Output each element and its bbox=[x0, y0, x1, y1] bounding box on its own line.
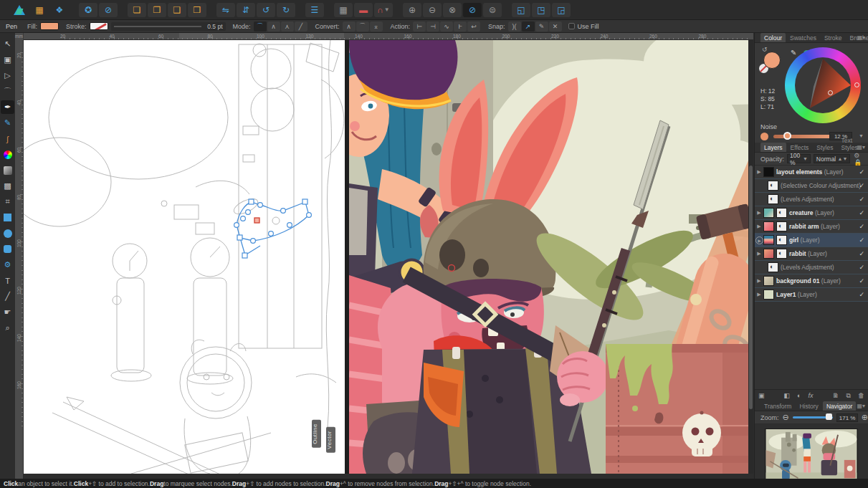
layers-tab-effects[interactable]: Effects bbox=[787, 143, 813, 152]
colour-triangle[interactable] bbox=[785, 47, 861, 123]
snap-handles-button[interactable]: ↗ bbox=[522, 21, 535, 32]
style-badge-icon[interactable]: ✪ bbox=[79, 3, 97, 17]
insert-behind-icon[interactable]: ◱ bbox=[512, 3, 530, 17]
layer-row-rabbit[interactable]: ▶rabbit (Layer)✓ bbox=[755, 247, 868, 261]
layer-lock-icon[interactable]: 🔒 bbox=[854, 159, 864, 166]
pencil-tool[interactable]: ✎ bbox=[1, 116, 14, 130]
smart-node-button[interactable]: ⌅ bbox=[370, 21, 383, 32]
layer-visibility-check[interactable]: ✓ bbox=[859, 182, 864, 189]
pixel-persona[interactable]: ▦ bbox=[30, 3, 49, 17]
layer-adjustment-thumbnail[interactable] bbox=[776, 235, 787, 245]
export-persona[interactable]: ❖ bbox=[50, 3, 69, 17]
artboard-tool[interactable]: ▣ bbox=[1, 53, 14, 67]
layer-row-creature[interactable]: ▶creature (Layer)✓ bbox=[755, 206, 868, 220]
move-forward-one-icon[interactable]: ❑ bbox=[168, 3, 186, 17]
add-group-icon[interactable]: ⧉ bbox=[846, 392, 851, 400]
zoom-tool[interactable]: ⌕ bbox=[1, 321, 14, 335]
rotate-right-icon[interactable]: ↻ bbox=[277, 3, 295, 17]
sharp-node-button[interactable]: ∧ bbox=[343, 21, 356, 32]
zoom-value[interactable]: 171 % bbox=[836, 413, 857, 422]
pixel-alignment-toggle-icon[interactable]: ▬ bbox=[354, 3, 373, 17]
flip-vertical-icon[interactable]: ⇵ bbox=[237, 3, 255, 17]
move-to-front-icon[interactable]: ❒ bbox=[188, 3, 206, 17]
layer-visibility-check[interactable]: ✓ bbox=[859, 277, 864, 284]
layer-expand-arrow[interactable]: ▶ bbox=[755, 210, 763, 216]
layer-thumbnail[interactable] bbox=[763, 208, 774, 218]
corner-tool[interactable]: ⌒ bbox=[1, 85, 14, 98]
bottom-tab-navigator[interactable]: Navigator bbox=[823, 401, 856, 411]
layer-expand-arrow[interactable]: ▶ bbox=[755, 292, 763, 297]
layer-expand-arrow[interactable]: ▶ bbox=[755, 169, 763, 175]
fill-colour-well[interactable] bbox=[763, 52, 781, 69]
pen-tool[interactable]: ✒ bbox=[1, 100, 14, 114]
layer-thumbnail[interactable] bbox=[763, 290, 774, 300]
rotate-left-icon[interactable]: ↺ bbox=[257, 3, 275, 17]
artistic-text-tool[interactable]: T bbox=[1, 274, 14, 287]
vertical-ruler[interactable]: 20406080100120140160 bbox=[15, 40, 24, 479]
stroke-width-slider[interactable]: 0.5 pt bbox=[111, 22, 226, 31]
bottom-panel-menu-icon[interactable]: ▦▾ bbox=[857, 403, 865, 409]
reverse-curve-button[interactable]: ↩ bbox=[467, 21, 480, 32]
layer-expand-arrow[interactable]: ▶ bbox=[755, 224, 763, 229]
blend-mode-dropdown[interactable]: Normal▲▼ bbox=[814, 154, 850, 163]
view-hand-tool[interactable]: ☛ bbox=[1, 305, 14, 319]
bottom-tab-history[interactable]: History bbox=[796, 401, 821, 411]
layer-adjustment-thumbnail[interactable] bbox=[776, 249, 787, 259]
style-badge-none-icon[interactable]: ⊘ bbox=[99, 3, 118, 17]
adjustment-thumbnail[interactable] bbox=[768, 194, 778, 204]
horizontal-ruler[interactable]: 20406080100120140160180200220240260280 bbox=[24, 33, 753, 40]
opacity-dropdown[interactable]: 100 %▼ bbox=[787, 154, 811, 163]
smooth-node-button[interactable]: ⌒ bbox=[356, 21, 369, 32]
line-mode-button[interactable]: ╱ bbox=[295, 21, 307, 32]
boolean-intersect-icon[interactable]: ⊗ bbox=[443, 3, 462, 17]
layer-expand-arrow[interactable]: ▶ bbox=[755, 278, 763, 284]
flip-horizontal-icon[interactable]: ⇋ bbox=[216, 3, 235, 17]
vertical-scrollbar[interactable] bbox=[748, 40, 753, 474]
layer-visibility-check[interactable]: ✓ bbox=[859, 236, 864, 244]
add-layer-icon[interactable]: 🗎 bbox=[833, 392, 839, 399]
layer-thumbnail[interactable] bbox=[763, 249, 774, 259]
noise-slider-handle[interactable] bbox=[783, 132, 791, 140]
zoom-in-button[interactable]: ⊕ bbox=[862, 413, 868, 422]
ruler-unit-corner[interactable]: mm bbox=[15, 33, 24, 40]
noise-swatch[interactable] bbox=[760, 133, 768, 140]
insert-inside-icon[interactable]: ◲ bbox=[552, 3, 571, 17]
adjustment-thumbnail[interactable] bbox=[768, 262, 778, 272]
vertical-scrollbar-thumb[interactable] bbox=[749, 166, 753, 409]
layer-settings-gear-icon[interactable]: ⚙ bbox=[854, 152, 862, 159]
fill-tool[interactable] bbox=[1, 148, 14, 161]
layer-thumbnail[interactable] bbox=[763, 167, 774, 177]
swap-colours-icon[interactable]: ↺ bbox=[762, 46, 768, 53]
move-back-one-icon[interactable]: ❐ bbox=[148, 3, 166, 17]
fill-swatch[interactable] bbox=[40, 22, 59, 30]
layer-thumbnail[interactable] bbox=[763, 276, 774, 286]
boolean-subtract-icon[interactable]: ⊖ bbox=[423, 3, 442, 17]
boolean-combine-icon[interactable]: ⊜ bbox=[483, 3, 502, 17]
layer-adjustment-thumbnail[interactable] bbox=[776, 208, 787, 218]
use-fill-checkbox[interactable] bbox=[568, 23, 575, 29]
colour-wheel[interactable] bbox=[785, 47, 861, 123]
colour-tab-stroke[interactable]: Stroke bbox=[821, 33, 846, 42]
zoom-slider[interactable] bbox=[793, 416, 834, 418]
close-curve-button[interactable]: ⊣ bbox=[426, 21, 439, 32]
insert-on-top-icon[interactable]: ◳ bbox=[532, 3, 550, 17]
layers-tab-styles[interactable]: Styles bbox=[813, 143, 836, 152]
transparency-tool[interactable] bbox=[1, 163, 14, 177]
colour-panel-menu-icon[interactable]: ▦▾ bbox=[857, 34, 865, 41]
zoom-slider-handle[interactable] bbox=[826, 413, 832, 420]
snap-to-node-button[interactable]: )( bbox=[508, 21, 521, 32]
layer-visibility-check[interactable]: ✓ bbox=[859, 168, 864, 176]
alignment-options-icon[interactable]: ☰ bbox=[305, 3, 324, 17]
layer-visibility-check[interactable]: ✓ bbox=[859, 196, 864, 203]
edit-all-layers-icon[interactable]: ▣ bbox=[758, 392, 765, 399]
smart-mode-button[interactable]: ∧ bbox=[267, 21, 280, 32]
canvas-artwork[interactable] bbox=[24, 40, 748, 474]
place-image-tool[interactable]: ▩ bbox=[1, 179, 14, 193]
layer-row-rabbit-arm[interactable]: ▶rabbit arm (Layer)✓ bbox=[755, 220, 868, 234]
snap-construct-button[interactable]: ✎ bbox=[535, 21, 548, 32]
stroke-swatch[interactable] bbox=[90, 22, 108, 30]
rounded-rectangle-tool[interactable] bbox=[1, 242, 14, 256]
affinity-designer-logo[interactable] bbox=[10, 3, 29, 17]
layers-panel-menu-icon[interactable]: ▦▾ bbox=[857, 144, 865, 150]
navigator-thumbnail[interactable] bbox=[765, 429, 858, 486]
